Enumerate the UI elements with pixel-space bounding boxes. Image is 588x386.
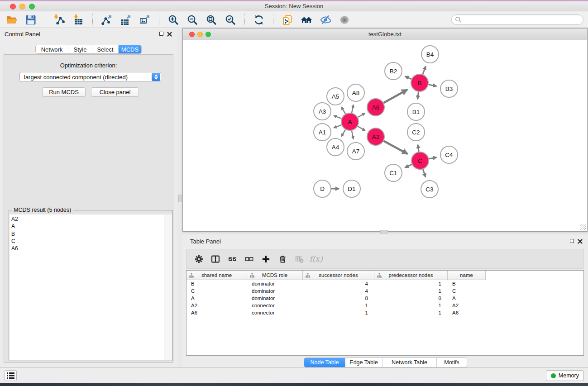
vertical-divider-handle[interactable] — [178, 195, 182, 202]
cell-name[interactable]: A2 — [448, 302, 486, 309]
column-header-mcds-role[interactable]: MCDS role — [247, 271, 303, 280]
select-all-columns-icon[interactable] — [225, 252, 239, 266]
tab-network[interactable]: Network — [36, 45, 68, 53]
cell-successor-nodes[interactable]: 1 — [303, 302, 374, 309]
graph-edge-B-B4[interactable] — [423, 66, 426, 74]
unselect-all-columns-icon[interactable] — [242, 252, 256, 266]
optimization-criterion-dropdown[interactable]: largest connected component (directed) — [19, 72, 161, 82]
search-input[interactable] — [464, 17, 577, 23]
graph-node-A1[interactable]: A1 — [314, 124, 331, 141]
mcds-result-item[interactable]: C — [11, 238, 164, 245]
graph-node-B1[interactable]: B1 — [407, 103, 425, 120]
network-canvas[interactable]: B4B2BB3A8A5A6A3B1AA1C2A2A4A7C4CC1DD1C3 — [183, 40, 587, 231]
graph-edge-A2-C[interactable] — [384, 141, 408, 154]
table-settings-gear-icon[interactable] — [192, 252, 206, 266]
import-network-icon[interactable] — [52, 13, 67, 27]
graph-edge-A-A3[interactable] — [334, 116, 341, 119]
mcds-result-item[interactable]: A6 — [11, 245, 164, 252]
table-row[interactable]: Adominator80A — [186, 295, 583, 302]
graph-node-A7[interactable]: A7 — [347, 143, 364, 160]
table-row[interactable]: A2connector11A2 — [186, 302, 583, 309]
resize-grip-icon[interactable] — [580, 224, 586, 230]
graph-node-B[interactable]: B — [411, 74, 428, 91]
show-columns-icon[interactable] — [209, 252, 222, 266]
graph-edge-B-B1[interactable] — [418, 92, 419, 99]
graph-edge-A-A7[interactable] — [352, 131, 354, 139]
tab-edge-table[interactable]: Edge Table — [345, 358, 382, 367]
graph-node-A5[interactable]: A5 — [327, 88, 344, 105]
graph-edge-A-A5[interactable] — [341, 107, 345, 114]
save-session-icon[interactable] — [23, 13, 38, 27]
graph-node-C2[interactable]: C2 — [407, 124, 425, 141]
graph-edge-A-A4[interactable] — [341, 129, 345, 136]
tab-node-table[interactable]: Node Table — [304, 358, 345, 367]
task-history-button[interactable] — [5, 370, 17, 381]
import-table-icon[interactable] — [71, 13, 86, 27]
zoom-selected-icon[interactable] — [223, 13, 238, 27]
run-mcds-button[interactable]: Run MCDS — [42, 87, 86, 97]
graph-node-C[interactable]: C — [411, 152, 429, 169]
column-header-name[interactable]: name — [448, 271, 486, 280]
cell-mcds-role[interactable]: connector — [247, 309, 303, 316]
export-network-icon[interactable] — [99, 13, 115, 27]
float-panel-icon[interactable] — [159, 32, 163, 36]
tab-motifs[interactable]: Motifs — [437, 358, 467, 367]
cell-name[interactable]: A — [448, 295, 486, 302]
graph-node-C4[interactable]: C4 — [440, 146, 458, 163]
cell-predecessor-nodes[interactable]: 1 — [374, 302, 448, 309]
table-row[interactable]: Bdominator41B — [186, 280, 583, 287]
tab-style[interactable]: Style — [68, 45, 92, 53]
column-header-successor-nodes[interactable]: successor nodes — [303, 271, 374, 280]
graph-edge-C-C4[interactable] — [429, 157, 437, 159]
cell-name[interactable]: C — [448, 287, 486, 295]
graph-edge-A-A6[interactable] — [358, 113, 365, 117]
cell-successor-nodes[interactable]: 1 — [303, 309, 374, 316]
table-row[interactable]: A6connector11A6 — [186, 309, 583, 316]
graph-edge-B-B3[interactable] — [429, 85, 437, 86]
cell-mcds-role[interactable]: dominator — [247, 280, 303, 287]
graph-node-B2[interactable]: B2 — [385, 62, 402, 80]
graph-edge-A6-B[interactable] — [384, 90, 407, 103]
graph-edge-B-B2[interactable] — [405, 76, 411, 79]
mcds-result-scrollbar[interactable] — [164, 214, 172, 360]
graph-node-D[interactable]: D — [314, 180, 331, 197]
cell-predecessor-nodes[interactable]: 1 — [374, 287, 448, 295]
table-close-panel-icon[interactable] — [578, 239, 583, 244]
home-networks-icon[interactable] — [299, 13, 314, 27]
table-float-panel-icon[interactable] — [570, 239, 574, 243]
cell-shared-name[interactable]: A2 — [186, 302, 247, 309]
apply-layout-icon[interactable] — [251, 13, 267, 27]
memory-button[interactable]: Memory — [546, 370, 584, 381]
cell-predecessor-nodes[interactable]: 0 — [374, 295, 448, 302]
graph-edge-C-C3[interactable] — [423, 169, 425, 177]
graph-node-A8[interactable]: A8 — [347, 84, 364, 101]
graph-node-D1[interactable]: D1 — [343, 180, 360, 197]
graph-node-A3[interactable]: A3 — [314, 103, 331, 120]
tab-select[interactable]: Select — [92, 45, 119, 53]
mcds-result-item[interactable]: B — [11, 230, 164, 238]
cell-successor-nodes[interactable]: 4 — [303, 287, 374, 295]
cell-shared-name[interactable]: A6 — [186, 309, 247, 316]
new-network-from-selection-icon[interactable] — [280, 13, 295, 27]
delete-columns-icon[interactable] — [276, 252, 289, 266]
cell-mcds-role[interactable]: dominator — [247, 287, 303, 295]
graph-edge-C-C1[interactable] — [405, 164, 412, 167]
graph-node-A4[interactable]: A4 — [327, 138, 344, 156]
graph-edge-A-A2[interactable] — [358, 126, 365, 131]
cell-successor-nodes[interactable]: 8 — [303, 295, 374, 302]
open-session-icon[interactable] — [4, 13, 19, 27]
graph-node-B4[interactable]: B4 — [421, 46, 439, 63]
zoom-out-icon[interactable] — [185, 13, 200, 27]
cell-shared-name[interactable]: C — [186, 287, 247, 295]
graph-edge-C-C2[interactable] — [418, 145, 419, 152]
column-header-shared-name[interactable]: shared name — [186, 271, 247, 280]
export-image-icon[interactable] — [137, 13, 153, 27]
cell-successor-nodes[interactable]: 4 — [303, 280, 374, 287]
graph-node-A2[interactable]: A2 — [367, 128, 384, 145]
graph-edge-A-A8[interactable] — [352, 105, 354, 113]
tab-mcds[interactable]: MCDS — [119, 45, 141, 53]
graph-node-A[interactable]: A — [341, 113, 359, 130]
graph-edge-A-A1[interactable] — [334, 125, 341, 128]
mcds-result-item[interactable]: A2 — [11, 215, 164, 223]
tab-network-table[interactable]: Network Table — [382, 358, 437, 367]
